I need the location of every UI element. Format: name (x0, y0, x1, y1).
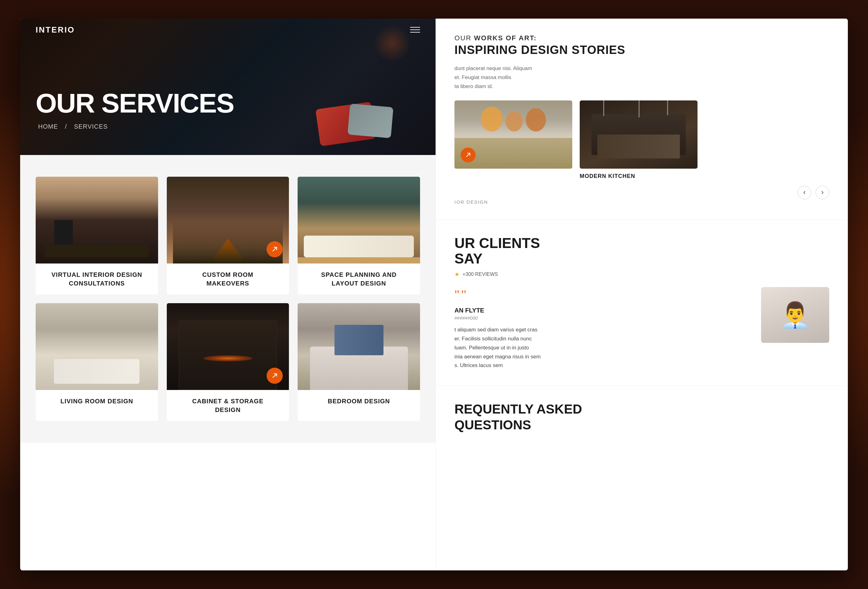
light-cord-3 (667, 100, 668, 115)
right-panel: OUR WORKS OF ART: INSPIRING DESIGN STORI… (435, 19, 848, 570)
hero-title: OUR SERVICES (35, 90, 234, 117)
logo: INTERIO (35, 25, 75, 35)
service-card-cabinet[interactable]: CABINET & STORAGE DESIGN (167, 303, 289, 421)
gallery-arrow-icon (465, 152, 471, 158)
service-label-living-room: LIVING ROOM DESIGN (35, 390, 158, 412)
living-room-scene (35, 303, 158, 390)
service-card-virtual-design[interactable]: VIRTUAL INTERIOR DESIGN CONSULTATIONS (35, 177, 158, 294)
service-card-living-room[interactable]: LIVING ROOM DESIGN (35, 303, 158, 421)
works-subtitle-bold: WORKS OF ART: (474, 34, 537, 42)
testimonial-card: " " AN FLYTE ######000 t aliquam sed dia… (455, 287, 829, 370)
light-cord-2 (639, 100, 639, 118)
service-label-bedroom: BEDROOM DESIGN (298, 390, 420, 412)
service-image-virtual-design (35, 177, 158, 264)
svg-text:": " (455, 289, 459, 300)
breadcrumb-current: SERVICES (74, 123, 108, 130)
gallery-item-2[interactable]: MODERN KITCHEN (580, 100, 698, 180)
balloon-3 (526, 108, 546, 131)
quote-icon: " " (455, 287, 752, 302)
hamburger-menu[interactable] (410, 27, 420, 32)
hamburger-line-2 (410, 30, 420, 30)
service-label-space-planning: SPACE PLANNING AND LAYOUT DESIGN (298, 264, 420, 294)
testimonials-section: UR CLIENTS SAY ★ +300 REVIEWS " " (436, 220, 848, 386)
service-image-cabinet (167, 303, 289, 390)
hero-section: INTERIO OUR SERVICES HOME / SERVICES (20, 19, 435, 155)
arrow-icon-2 (271, 372, 278, 379)
svg-line-2 (466, 153, 470, 157)
service-image-living-room (35, 303, 158, 390)
gallery-navigation (455, 186, 829, 199)
reviewer-photo-image (761, 287, 829, 343)
service-card-custom-room[interactable]: CUSTOM ROOM MAKEOVERS (167, 177, 289, 294)
reviewer-name: AN FLYTE (455, 307, 752, 314)
next-arrow-icon (820, 190, 825, 195)
reviewer-photo (761, 287, 829, 343)
works-section: OUR WORKS OF ART: INSPIRING DESIGN STORI… (436, 19, 848, 220)
reviewer-role: ######000 (455, 315, 752, 320)
gallery-label-kitchen: MODERN KITCHEN (580, 173, 698, 180)
arrow-icon (271, 246, 278, 252)
services-grid: VIRTUAL INTERIOR DESIGN CONSULTATIONS (35, 177, 420, 421)
reviews-badge: ★ +300 REVIEWS (455, 271, 829, 278)
star-icon: ★ (455, 271, 459, 278)
service-arrow-badge[interactable] (267, 241, 283, 257)
gallery-next-button[interactable] (816, 186, 829, 199)
breadcrumb-home[interactable]: HOME (38, 123, 58, 130)
reviews-count: +300 REVIEWS (462, 272, 498, 277)
services-section: VIRTUAL INTERIOR DESIGN CONSULTATIONS (20, 155, 435, 443)
dining-room-scene (35, 177, 158, 264)
category-tag: IOR DESIGN (455, 199, 829, 205)
review-text: t aliquam sed diam varius eget cras er. … (455, 326, 752, 370)
service-image-bedroom (298, 303, 420, 390)
faq-title-line2: QUESTIONS (455, 417, 829, 433)
cabinet-arrow-badge[interactable] (267, 368, 283, 384)
gallery-row: MODERN KITCHEN (455, 100, 829, 180)
breadcrumb: HOME / SERVICES (35, 123, 234, 130)
gallery-kitchen-scene (580, 100, 698, 169)
testimonial-text-area: " " AN FLYTE ######000 t aliquam sed dia… (455, 287, 752, 370)
service-image-custom-room (167, 177, 289, 264)
lounge-scene (298, 177, 420, 264)
breadcrumb-separator: / (65, 123, 67, 130)
browser-window: INTERIO OUR SERVICES HOME / SERVICES (20, 19, 848, 570)
gallery-item-1[interactable] (455, 100, 572, 180)
hamburger-line-1 (410, 27, 420, 28)
prev-arrow-icon (802, 190, 807, 195)
service-card-space-planning[interactable]: SPACE PLANNING AND LAYOUT DESIGN (298, 177, 420, 294)
service-label-custom-room: CUSTOM ROOM MAKEOVERS (167, 264, 289, 294)
gallery-arrow-1[interactable] (461, 148, 475, 162)
service-label-virtual-design: VIRTUAL INTERIOR DESIGN CONSULTATIONS (35, 264, 158, 294)
testimonials-header: UR CLIENTS SAY ★ +300 REVIEWS (455, 235, 829, 278)
svg-line-1 (273, 374, 277, 378)
svg-text:": " (461, 289, 466, 300)
gallery-prev-button[interactable] (798, 186, 811, 199)
pillow-decoration-2 (347, 103, 393, 138)
balloon-2 (506, 111, 523, 131)
balloon-cluster (481, 107, 546, 131)
service-label-cabinet: CABINET & STORAGE DESIGN (167, 390, 289, 421)
light-cord-1 (603, 100, 604, 116)
gallery-thumb-living (455, 100, 572, 169)
svg-line-0 (273, 247, 277, 251)
bedroom-scene (298, 303, 420, 390)
faq-section: REQUENTLY ASKED QUESTIONS (436, 386, 848, 448)
service-card-bedroom[interactable]: BEDROOM DESIGN (298, 303, 420, 421)
balloon-1 (481, 107, 502, 131)
works-title: INSPIRING DESIGN STORIES (455, 43, 829, 57)
gallery-thumb-kitchen (580, 100, 698, 169)
services-page: INTERIO OUR SERVICES HOME / SERVICES (20, 19, 435, 570)
service-image-space-planning (298, 177, 420, 264)
hero-content: OUR SERVICES HOME / SERVICES (35, 90, 234, 130)
works-subtitle: OUR WORKS OF ART: (455, 34, 829, 42)
testimonials-title: UR CLIENTS SAY (455, 235, 829, 267)
hamburger-line-3 (410, 32, 420, 32)
navbar: INTERIO (20, 19, 435, 41)
faq-title-line1: REQUENTLY ASKED (455, 402, 829, 417)
faq-title: REQUENTLY ASKED QUESTIONS (455, 402, 829, 433)
works-description: dunt placerat neque nisi. Aliquam et. Fe… (455, 64, 829, 91)
